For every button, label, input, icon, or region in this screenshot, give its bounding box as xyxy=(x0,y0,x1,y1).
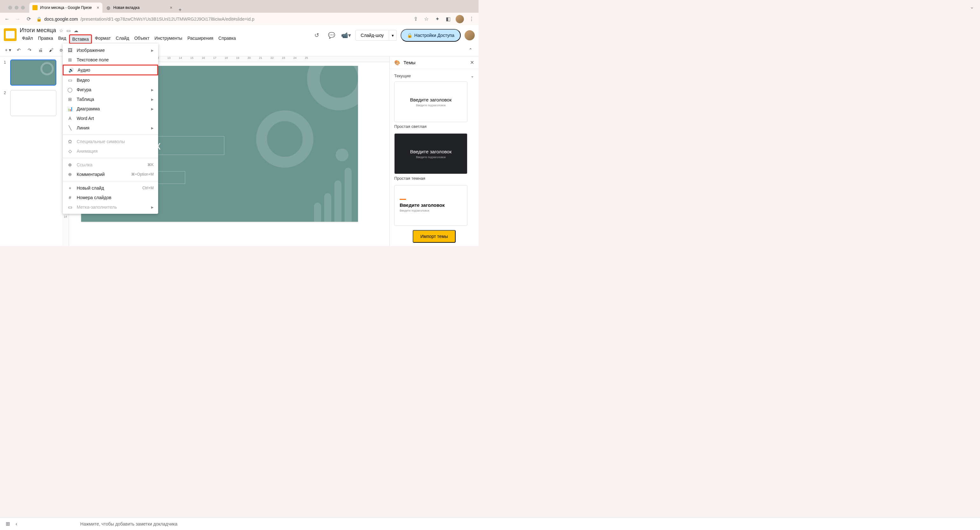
menu-item-icon: ⊕ xyxy=(67,172,73,177)
tab-close-icon[interactable]: × xyxy=(170,5,172,10)
menu-формат[interactable]: Формат xyxy=(92,34,113,44)
decoration-ring xyxy=(307,66,358,110)
browser-tab[interactable]: ◎ Новая вкладка × xyxy=(102,3,176,13)
menu-объект[interactable]: Объект xyxy=(132,34,152,44)
insert-menu-item[interactable]: ⊞Текстовое поле xyxy=(63,55,158,65)
menu-вставка[interactable]: Вставка xyxy=(69,34,92,44)
close-icon[interactable]: ✕ xyxy=(470,59,474,65)
theme-card-stream[interactable]: Введите заголовок Введите подзаголовок xyxy=(394,185,468,226)
menu-справка[interactable]: Справка xyxy=(216,34,238,44)
menu-item-icon: ◯ xyxy=(67,87,73,92)
themes-title: Темы xyxy=(404,60,415,65)
menu-расширения[interactable]: Расширения xyxy=(185,34,215,44)
menu-item-label: Ссылка xyxy=(77,162,92,167)
forward-icon[interactable]: → xyxy=(14,16,21,22)
insert-menu-item[interactable]: ⊕Комментарий⌘+Option+M xyxy=(63,170,158,179)
insert-menu-item[interactable]: ╲Линия▶ xyxy=(63,123,158,133)
address-bar: ← → ⟳ 🔒 docs.google.com/presentation/d/1… xyxy=(0,13,479,25)
tab-close-icon[interactable]: × xyxy=(97,5,99,10)
menu-icon[interactable]: ⋮ xyxy=(468,16,475,22)
menu-слайд[interactable]: Слайд xyxy=(114,34,131,44)
menu-shortcut: Ctrl+M xyxy=(142,186,154,190)
filmstrip-slide[interactable]: 2 xyxy=(4,90,58,116)
star-icon[interactable]: ☆ xyxy=(59,28,63,33)
move-icon[interactable]: ▭ xyxy=(67,28,71,33)
insert-menu-item: ΩСпециальные символы xyxy=(63,137,158,146)
insert-menu-item[interactable]: #Номера слайдов xyxy=(63,193,158,202)
menu-правка[interactable]: Правка xyxy=(36,34,55,44)
browser-tab-active[interactable]: Итоги месяца - Google Презе × xyxy=(29,3,102,13)
slideshow-dropdown[interactable]: ▾ xyxy=(389,30,397,41)
extensions-icon[interactable]: ✦ xyxy=(434,16,441,22)
slide-number: 2 xyxy=(4,90,8,116)
redo-icon[interactable]: ↷ xyxy=(25,46,34,54)
document-title[interactable]: Итоги месяца xyxy=(20,27,56,34)
new-tab-button[interactable]: + xyxy=(176,7,185,13)
reload-icon[interactable]: ⟳ xyxy=(25,16,32,22)
menu-item-label: Метка-заполнитель xyxy=(77,205,117,210)
menu-item-label: Номера слайдов xyxy=(77,195,111,200)
menu-вид[interactable]: Вид xyxy=(56,34,68,44)
theme-card-light[interactable]: Введите заголовок Введите подзаголовок xyxy=(394,81,468,122)
cloud-status-icon[interactable]: ☁ xyxy=(74,28,78,33)
filmstrip[interactable]: 1 2 xyxy=(0,56,62,246)
slide-thumbnail[interactable] xyxy=(10,90,56,116)
close-dot-icon[interactable] xyxy=(8,6,12,10)
themes-body[interactable]: Текущие ⌄ Введите заголовок Введите подз… xyxy=(390,69,479,227)
insert-menu-item[interactable]: ⊞Таблица▶ xyxy=(63,94,158,104)
new-slide-button[interactable]: + ▾ xyxy=(4,46,12,54)
insert-menu-item[interactable]: +Новый слайдCtrl+M xyxy=(63,183,158,193)
minimize-dot-icon[interactable] xyxy=(14,6,19,10)
menu-item-label: Анимация xyxy=(77,148,98,154)
history-icon[interactable]: ↺ xyxy=(312,30,322,41)
theme-icon: 🎨 xyxy=(394,60,400,65)
menu-item-icon: ╲ xyxy=(67,125,73,131)
theme-preview-title: Введите заголовок xyxy=(410,149,452,154)
menu-item-icon: ◇ xyxy=(67,148,73,154)
insert-menu-item[interactable]: ◯Фигура▶ xyxy=(63,85,158,94)
back-icon[interactable]: ← xyxy=(4,16,10,22)
menu-item-label: Видео xyxy=(77,78,90,83)
filmstrip-slide[interactable]: 1 xyxy=(4,59,58,86)
star-icon[interactable]: ☆ xyxy=(423,16,430,22)
slides-logo-icon[interactable] xyxy=(4,28,16,41)
undo-icon[interactable]: ↶ xyxy=(14,46,23,54)
menu-файл[interactable]: Файл xyxy=(20,34,35,44)
slide-thumbnail-selected[interactable] xyxy=(10,59,56,86)
menu-item-icon: Ω xyxy=(67,139,73,144)
app-header: Итоги месяца ☆ ▭ ☁ ФайлПравкаВидВставкаФ… xyxy=(0,25,479,44)
chevron-up-icon[interactable]: ⌃ xyxy=(466,46,475,54)
insert-dropdown-menu: 🖼Изображение▶⊞Текстовое поле🔊Аудио▭Видео… xyxy=(63,44,158,214)
menu-item-icon: ▭ xyxy=(67,78,73,83)
accent-bar xyxy=(399,199,406,200)
insert-menu-item[interactable]: 📊Диаграмма▶ xyxy=(63,104,158,113)
insert-menu-item[interactable]: 🔊Аудио xyxy=(63,65,158,75)
menu-item-label: Комментарий xyxy=(77,172,105,177)
share-icon[interactable]: ⇪ xyxy=(412,16,419,22)
share-button[interactable]: 🔒 Настройки Доступа xyxy=(401,29,461,42)
insert-menu-item[interactable]: ▭Видео xyxy=(63,75,158,85)
maximize-dot-icon[interactable] xyxy=(21,6,25,10)
theme-preview-sub: Введите подзаголовок xyxy=(416,156,445,159)
theme-section-current[interactable]: Текущие ⌄ xyxy=(394,72,474,81)
theme-preview-title: Введите заголовок xyxy=(399,202,444,208)
decoration-dot xyxy=(336,148,348,161)
print-icon[interactable]: 🖨 xyxy=(36,46,45,54)
menu-item-icon: ⊞ xyxy=(67,97,73,102)
insert-menu-item[interactable]: 🖼Изображение▶ xyxy=(63,46,158,55)
profile-avatar[interactable] xyxy=(456,15,464,23)
url-field[interactable]: 🔒 docs.google.com/presentation/d/1-qp78z… xyxy=(36,16,408,22)
slideshow-button[interactable]: Слайд-шоу xyxy=(355,30,390,41)
import-theme-button[interactable]: Импорт темы xyxy=(413,230,456,243)
window-controls[interactable] xyxy=(4,6,29,13)
theme-preview-sub: Введите подзаголовок xyxy=(416,104,445,107)
meet-icon[interactable]: 📹▾ xyxy=(341,30,352,41)
theme-label: Простая темная xyxy=(394,176,474,181)
paint-format-icon[interactable]: 🖌 xyxy=(47,46,56,54)
theme-card-dark[interactable]: Введите заголовок Введите подзаголовок xyxy=(394,133,468,174)
comments-icon[interactable]: 💬 xyxy=(326,30,337,41)
sidepanel-icon[interactable]: ◧ xyxy=(445,16,451,22)
insert-menu-item[interactable]: AWord Art xyxy=(63,113,158,123)
user-avatar[interactable] xyxy=(465,30,475,40)
menu-инструменты[interactable]: Инструменты xyxy=(153,34,185,44)
